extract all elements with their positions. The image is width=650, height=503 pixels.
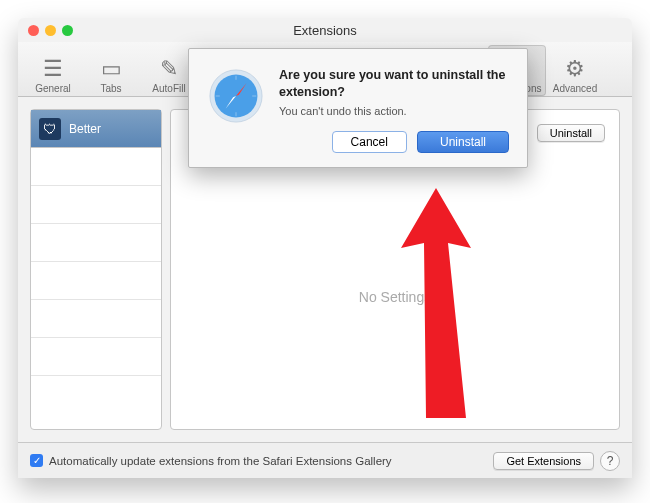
extensions-sidebar: 🛡 Better [30,109,162,430]
get-extensions-button[interactable]: Get Extensions [493,452,594,470]
tabs-icon: ▭ [101,55,122,83]
help-button[interactable]: ? [600,451,620,471]
sidebar-empty-slot [31,224,161,262]
dialog-title: Are you sure you want to uninstall the e… [279,67,509,101]
toolbar-label: Advanced [553,83,597,94]
sidebar-item-better[interactable]: 🛡 Better [31,110,161,148]
toolbar-label: Tabs [100,83,121,94]
safari-icon [207,67,265,125]
preferences-window: Extensions ☰General ▭Tabs ✎AutoFill ⚿Pas… [18,18,632,478]
uninstall-confirmation-dialog: Are you sure you want to uninstall the e… [188,48,528,168]
toolbar-advanced[interactable]: ⚙Advanced [546,45,604,96]
gear-slider-icon: ☰ [43,55,63,83]
confirm-uninstall-button[interactable]: Uninstall [417,131,509,153]
window-footer: ✓ Automatically update extensions from t… [18,442,632,478]
sidebar-empty-slot [31,262,161,300]
uninstall-button[interactable]: Uninstall [537,124,605,142]
sidebar-empty-slot [31,338,161,376]
cancel-button[interactable]: Cancel [332,131,407,153]
window-title: Extensions [18,23,632,38]
sidebar-empty-slot [31,186,161,224]
sidebar-empty-slot [31,148,161,186]
toolbar-tabs[interactable]: ▭Tabs [82,45,140,96]
sidebar-empty-slot [31,376,161,429]
sidebar-item-label: Better [69,122,101,136]
toolbar-label: AutoFill [152,83,185,94]
auto-update-checkbox[interactable]: ✓ [30,454,43,467]
sidebar-empty-slot [31,300,161,338]
dialog-subtitle: You can't undo this action. [279,105,509,117]
gear-icon: ⚙ [565,55,585,83]
titlebar: Extensions [18,18,632,42]
auto-update-label: Automatically update extensions from the… [49,455,392,467]
toolbar-label: General [35,83,71,94]
pencil-icon: ✎ [160,55,178,83]
toolbar-general[interactable]: ☰General [24,45,82,96]
shield-icon: 🛡 [39,118,61,140]
no-settings-label: No Settings [171,289,619,305]
